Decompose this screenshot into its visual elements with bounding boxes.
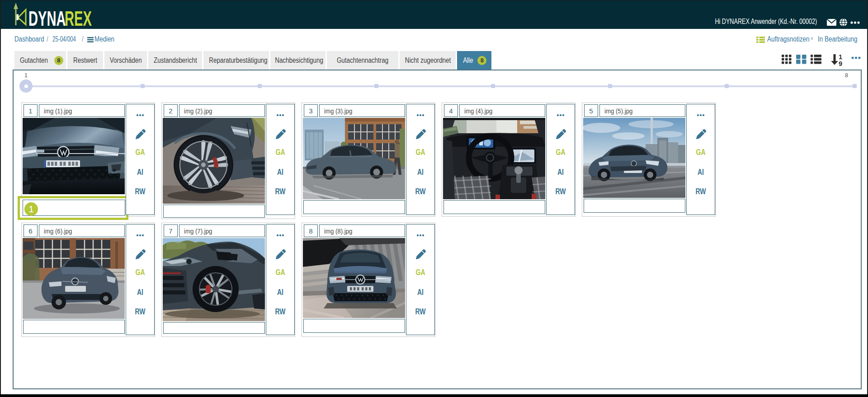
- svg-text:1: 1: [839, 53, 842, 61]
- svg-text:DYNA: DYNA: [28, 7, 66, 29]
- svg-text:REX: REX: [65, 7, 92, 29]
- svg-text:9: 9: [839, 60, 842, 67]
